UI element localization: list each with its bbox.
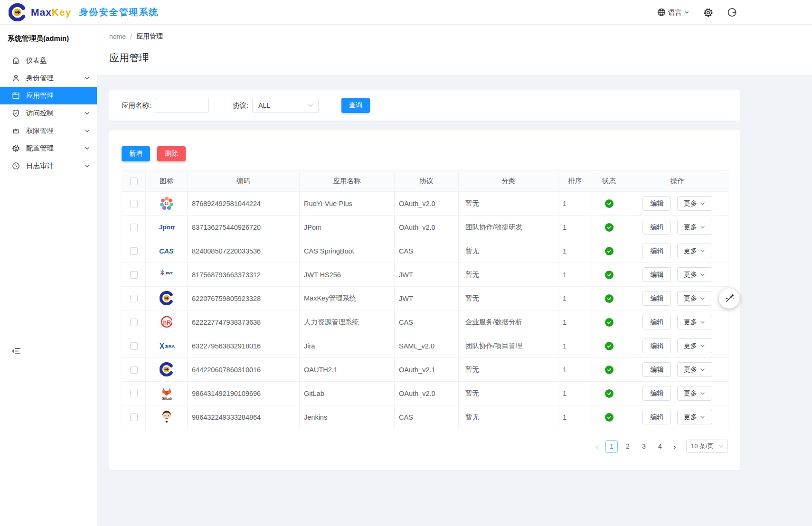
app-name-input[interactable] xyxy=(155,98,209,113)
page-number-2[interactable]: 2 xyxy=(622,440,634,453)
status-enabled-icon xyxy=(605,199,614,208)
clock-icon xyxy=(12,162,20,170)
edit-button[interactable]: 编辑 xyxy=(642,267,671,282)
row-checkbox[interactable] xyxy=(130,200,138,207)
app-name: Jira xyxy=(304,342,315,350)
protocol-select[interactable]: ALL xyxy=(252,98,319,113)
edit-button[interactable]: 编辑 xyxy=(642,410,671,424)
chevron-down-icon xyxy=(718,444,724,449)
chevron-down-icon xyxy=(308,103,313,108)
table-row: hR 622227747938373638 人力资源管理系统 CAS 企业服务/… xyxy=(122,310,728,334)
status-enabled-icon xyxy=(605,413,614,422)
admin-label: 系统管理员(admin) xyxy=(0,25,97,47)
floating-tool-button[interactable] xyxy=(719,288,739,309)
sidebar-item-dashboard[interactable]: 仪表盘 xyxy=(0,52,97,69)
app-logo-maxkey xyxy=(159,361,175,377)
breadcrumb-home[interactable]: home xyxy=(109,33,126,40)
app-protocol: SAML_v2.0 xyxy=(399,342,434,350)
sidebar-item-identity[interactable]: 身份管理 xyxy=(0,69,97,87)
app-logo-jira: JIRA xyxy=(159,338,175,354)
page-number-1[interactable]: 1 xyxy=(605,440,618,453)
add-button[interactable]: 新增 xyxy=(122,146,150,161)
app-category: 团队协作/项目管理 xyxy=(465,342,522,349)
more-button[interactable]: 更多 xyxy=(677,410,712,424)
row-checkbox[interactable] xyxy=(130,247,138,255)
app-protocol: CAS xyxy=(399,319,413,326)
more-button[interactable]: 更多 xyxy=(677,220,712,235)
header-status: 状态 xyxy=(592,171,626,192)
sidebar-item-access[interactable]: 访问控制 xyxy=(0,104,97,122)
sidebar: 系统管理员(admin) 仪表盘 身份管理 应用管理 访问控制 权限管理 配置管… xyxy=(0,25,97,526)
language-switcher[interactable]: 语言 xyxy=(657,8,689,17)
edit-button[interactable]: 编辑 xyxy=(642,291,671,306)
more-button[interactable]: 更多 xyxy=(677,362,712,377)
edit-button[interactable]: 编辑 xyxy=(642,196,671,211)
app-category: 暂无 xyxy=(465,294,479,302)
edit-button[interactable]: 编辑 xyxy=(642,362,671,377)
select-all-checkbox[interactable] xyxy=(130,178,138,185)
chevron-down-icon xyxy=(700,248,705,254)
row-checkbox[interactable] xyxy=(130,319,138,326)
row-checkbox[interactable] xyxy=(130,413,138,421)
more-button[interactable]: 更多 xyxy=(677,244,712,258)
next-page-button[interactable]: › xyxy=(670,442,680,451)
delete-button[interactable]: 删除 xyxy=(157,146,186,161)
chevron-down-icon xyxy=(700,391,705,396)
logout-icon[interactable] xyxy=(727,8,737,17)
app-protocol: CAS xyxy=(399,247,413,255)
magic-wand-icon xyxy=(724,293,735,304)
user-icon xyxy=(12,74,20,82)
pagination: ‹ 1234 › 10 条/页 xyxy=(122,440,728,453)
edit-button[interactable]: 编辑 xyxy=(642,244,671,258)
app-name: CAS SpringBoot xyxy=(304,247,354,255)
menu-fold-icon[interactable] xyxy=(12,347,21,356)
search-button[interactable]: 查询 xyxy=(341,98,370,113)
prev-page-button[interactable]: ‹ xyxy=(592,442,602,451)
edit-button[interactable]: 编辑 xyxy=(642,386,671,401)
table-card: 新增 删除 图标 编码 应用名称 协议 分类 排序 xyxy=(109,130,740,470)
page-size-value: 10 条/页 xyxy=(691,442,714,451)
edit-button[interactable]: 编辑 xyxy=(642,338,671,353)
table-row: GitLab 986431492190109696 GitLab OAuth_v… xyxy=(122,382,728,405)
sidebar-item-apps[interactable]: 应用管理 xyxy=(0,87,97,104)
more-button[interactable]: 更多 xyxy=(677,196,712,211)
svg-text:JWT: JWT xyxy=(165,271,173,275)
row-checkbox[interactable] xyxy=(130,271,138,279)
applications-table: 图标 编码 应用名称 协议 分类 排序 状态 操作 87689249258104… xyxy=(122,170,728,429)
more-button[interactable]: 更多 xyxy=(677,338,712,353)
settings-gear-icon[interactable] xyxy=(703,8,713,18)
app-sort: 1 xyxy=(563,390,567,397)
sidebar-item-audit[interactable]: 日志审计 xyxy=(0,157,97,175)
table-row: 986432249333284864 Jenkins CAS 暂无 1 编辑 更… xyxy=(122,405,728,429)
app-sort: 1 xyxy=(563,295,567,302)
app-category: 暂无 xyxy=(465,199,479,207)
status-enabled-icon xyxy=(605,247,614,255)
sidebar-item-config[interactable]: 配置管理 xyxy=(0,140,97,157)
page-number-4[interactable]: 4 xyxy=(654,440,666,453)
row-checkbox[interactable] xyxy=(130,342,138,350)
row-checkbox[interactable] xyxy=(130,366,138,374)
page-size-select[interactable]: 10 条/页 xyxy=(686,440,728,453)
edit-button[interactable]: 编辑 xyxy=(642,315,671,329)
row-checkbox[interactable] xyxy=(130,390,138,397)
breadcrumb-separator: / xyxy=(130,33,132,40)
app-code: 986431492190109696 xyxy=(192,390,261,397)
sidebar-item-permission[interactable]: 权限管理 xyxy=(0,122,97,140)
page-number-3[interactable]: 3 xyxy=(638,440,650,453)
app-sort: 1 xyxy=(563,413,567,421)
app-sort: 1 xyxy=(563,366,567,374)
app-logo-maxkey xyxy=(159,290,175,306)
edit-button[interactable]: 编辑 xyxy=(642,220,671,235)
row-checkbox[interactable] xyxy=(130,224,138,231)
row-checkbox[interactable] xyxy=(130,295,138,302)
more-button[interactable]: 更多 xyxy=(677,315,712,329)
more-button[interactable]: 更多 xyxy=(677,386,712,401)
chevron-down-icon xyxy=(85,111,90,116)
more-button[interactable]: 更多 xyxy=(677,291,712,306)
app-code: 622227747938373638 xyxy=(192,319,261,326)
more-button[interactable]: 更多 xyxy=(677,267,712,282)
app-name: MaxKey管理系统 xyxy=(304,294,356,302)
status-enabled-icon xyxy=(605,223,614,232)
table-row: JIRA 632279563832918016 Jira SAML_v2.0 团… xyxy=(122,334,728,358)
status-enabled-icon xyxy=(605,366,614,374)
